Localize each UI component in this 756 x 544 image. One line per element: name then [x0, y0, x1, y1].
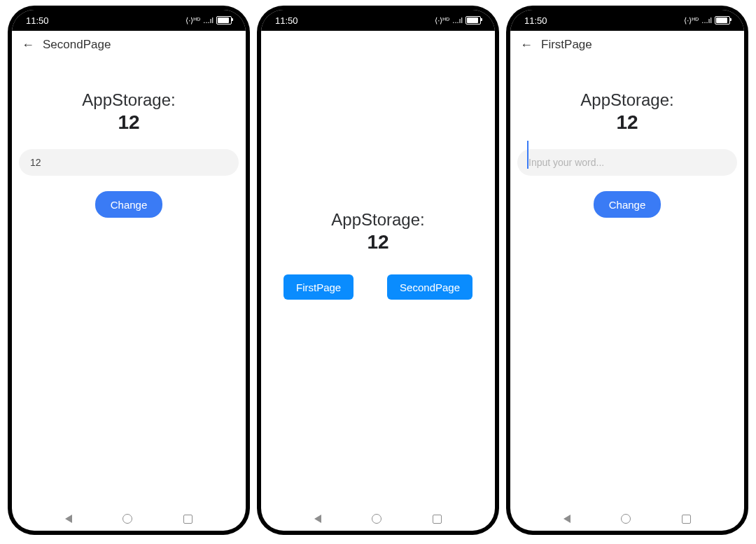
system-nav-bar — [510, 507, 744, 531]
nav-back-icon[interactable] — [564, 515, 570, 523]
app-storage-value: 12 — [517, 111, 737, 134]
topbar: ← SecondPage — [12, 31, 246, 59]
network-icon: ⟨·⟩ᴴᴰ — [435, 16, 449, 25]
status-time: 11:50 — [26, 15, 49, 26]
nav-recent-icon[interactable] — [682, 515, 691, 524]
app-storage-label: AppStorage: — [331, 210, 424, 230]
back-icon[interactable]: ← — [520, 38, 533, 53]
app-storage-value: 12 — [367, 231, 388, 253]
system-nav-bar — [12, 507, 246, 531]
button-row: Change — [19, 191, 239, 218]
change-button[interactable]: Change — [95, 191, 163, 218]
signal-icon: ...ıl — [452, 16, 463, 25]
nav-home-icon[interactable] — [621, 514, 631, 524]
second-page-button[interactable]: SecondPage — [387, 274, 472, 300]
network-icon: ⟨·⟩ᴴᴰ — [186, 16, 200, 25]
phone-first-page: 11:50 ⟨·⟩ᴴᴰ ...ıl ← FirstPage AppStorage… — [506, 6, 748, 535]
screen: 11:50 ⟨·⟩ᴴᴰ ...ıl AppStorage: 12 FirstPa… — [261, 10, 495, 531]
value-input[interactable] — [517, 149, 737, 176]
network-icon: ⟨·⟩ᴴᴰ — [684, 16, 699, 25]
status-bar: 11:50 ⟨·⟩ᴴᴰ ...ıl — [261, 10, 495, 31]
app-storage-label: AppStorage: — [517, 90, 737, 110]
status-time: 11:50 — [275, 15, 298, 26]
battery-icon — [715, 16, 730, 25]
app-storage-value: 12 — [19, 111, 239, 134]
nav-button-row: FirstPage SecondPage — [261, 274, 495, 300]
battery-icon — [465, 16, 481, 25]
screen: 11:50 ⟨·⟩ᴴᴰ ...ıl ← SecondPage AppStorag… — [12, 10, 246, 531]
phone-index-page: 11:50 ⟨·⟩ᴴᴰ ...ıl AppStorage: 12 FirstPa… — [257, 6, 499, 535]
content: AppStorage: 12 Change — [12, 59, 246, 507]
app-storage-label: AppStorage: — [19, 90, 239, 110]
signal-icon: ...ıl — [701, 16, 712, 25]
status-icons: ⟨·⟩ᴴᴰ ...ıl — [684, 16, 730, 25]
status-icons: ⟨·⟩ᴴᴰ ...ıl — [186, 16, 232, 25]
status-time: 11:50 — [524, 15, 547, 26]
nav-home-icon[interactable] — [372, 514, 382, 524]
button-row: Change — [517, 191, 737, 218]
status-icons: ⟨·⟩ᴴᴰ ...ıl — [435, 16, 481, 25]
center-content: AppStorage: 12 FirstPage SecondPage — [261, 31, 495, 507]
nav-back-icon[interactable] — [314, 515, 321, 523]
first-page-button[interactable]: FirstPage — [284, 274, 354, 300]
status-bar: 11:50 ⟨·⟩ᴴᴰ ...ıl — [12, 10, 246, 31]
nav-back-icon[interactable] — [65, 515, 72, 523]
value-input[interactable] — [19, 149, 239, 176]
phone-second-page: 11:50 ⟨·⟩ᴴᴰ ...ıl ← SecondPage AppStorag… — [8, 6, 250, 535]
signal-icon: ...ıl — [203, 16, 214, 25]
back-icon[interactable]: ← — [22, 38, 34, 53]
nav-home-icon[interactable] — [122, 514, 132, 524]
page-title: FirstPage — [541, 38, 592, 52]
system-nav-bar — [261, 507, 495, 531]
topbar: ← FirstPage — [510, 31, 744, 59]
page-title: SecondPage — [43, 38, 111, 52]
change-button[interactable]: Change — [594, 191, 662, 218]
nav-recent-icon[interactable] — [183, 515, 192, 524]
nav-recent-icon[interactable] — [433, 515, 442, 524]
battery-icon — [216, 16, 232, 25]
content: AppStorage: 12 Change — [510, 59, 744, 507]
status-bar: 11:50 ⟨·⟩ᴴᴰ ...ıl — [510, 10, 744, 31]
screen: 11:50 ⟨·⟩ᴴᴰ ...ıl ← FirstPage AppStorage… — [510, 10, 744, 531]
